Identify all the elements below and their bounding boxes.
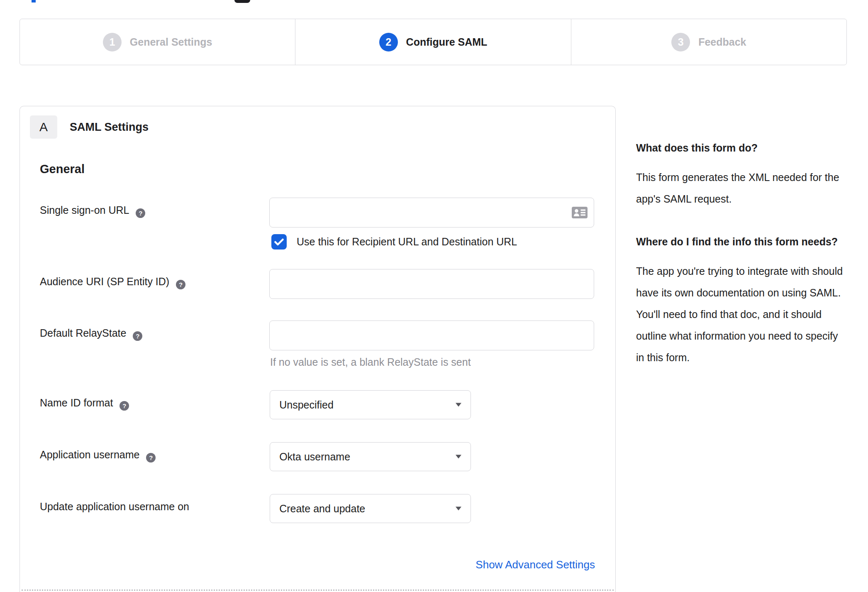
update-username-on-select[interactable]: Create and update [270, 494, 471, 523]
help-icon[interactable]: ? [136, 208, 145, 218]
default-relaystate-input[interactable] [269, 320, 594, 350]
section-title: SAML Settings [70, 121, 149, 134]
field-label-name-id-format: Name ID format? [40, 390, 270, 411]
step-label: Feedback [698, 36, 746, 48]
field-label-update-username-on: Update application username on [40, 494, 270, 513]
step-feedback[interactable]: 3 Feedback [571, 19, 846, 65]
wizard-stepper: 1 General Settings 2 Configure SAML 3 Fe… [20, 19, 847, 65]
select-value: Okta username [279, 451, 350, 463]
section-header: A SAML Settings [20, 106, 615, 139]
dotted-divider [22, 590, 614, 591]
step-general-settings[interactable]: 1 General Settings [20, 19, 295, 65]
show-advanced-settings-link[interactable]: Show Advanced Settings [475, 558, 595, 571]
relaystate-hint-text: If no value is set, a blank RelayState i… [269, 356, 594, 368]
step-label: Configure SAML [406, 36, 488, 48]
help-sidebar: What does this form do? This form genera… [636, 138, 846, 368]
chevron-down-icon [456, 455, 461, 459]
field-label-sso-url: Single sign-on URL? [40, 198, 269, 218]
field-label-default-relaystate: Default RelayState? [40, 320, 269, 341]
saml-settings-panel: A SAML Settings General Single sign-on U… [20, 106, 616, 592]
app-logo-fragment [234, 0, 250, 3]
sidebar-body-where: The app you're trying to integrate with … [636, 260, 846, 368]
contact-card-icon [572, 207, 588, 218]
help-icon[interactable]: ? [176, 280, 185, 289]
checkmark-icon [274, 238, 284, 246]
form-row: Name ID format? Unspecified [40, 390, 594, 419]
form-row: Application username? Okta username [40, 442, 594, 471]
select-value: Create and update [279, 503, 365, 515]
step-number-badge: 3 [671, 33, 690, 51]
section-badge-a: A [30, 115, 57, 139]
chevron-down-icon [456, 507, 461, 511]
recipient-url-checkbox[interactable] [271, 234, 287, 250]
step-number-badge: 1 [103, 33, 122, 51]
checkbox-label: Use this for Recipient URL and Destinati… [297, 236, 517, 248]
chevron-down-icon [456, 403, 461, 407]
okta-logo-fragment [32, 0, 36, 2]
audience-uri-input[interactable] [269, 269, 594, 299]
help-icon[interactable]: ? [119, 401, 129, 411]
step-configure-saml[interactable]: 2 Configure SAML [295, 19, 571, 65]
step-label: General Settings [130, 36, 212, 48]
form-row: Default RelayState? If no value is set, … [40, 320, 594, 368]
select-value: Unspecified [279, 399, 334, 411]
group-heading-general: General [40, 162, 594, 176]
form-row: Single sign-on URL? [40, 198, 594, 250]
sidebar-body-what: This form generates the XML needed for t… [636, 166, 846, 210]
help-icon[interactable]: ? [146, 453, 156, 462]
field-label-audience-uri: Audience URI (SP Entity ID)? [40, 269, 269, 289]
sidebar-heading-what: What does this form do? [636, 138, 846, 157]
application-username-select[interactable]: Okta username [270, 442, 471, 471]
field-label-application-username: Application username? [40, 442, 270, 462]
sso-url-input[interactable] [269, 198, 594, 228]
help-icon[interactable]: ? [133, 331, 142, 341]
step-number-badge: 2 [379, 33, 398, 51]
name-id-format-select[interactable]: Unspecified [270, 390, 471, 419]
form-row: Audience URI (SP Entity ID)? [40, 269, 594, 299]
recipient-url-checkbox-row: Use this for Recipient URL and Destinati… [269, 234, 594, 250]
sidebar-heading-where: Where do I find the info this form needs… [636, 232, 846, 251]
form-row: Update application username on Create an… [40, 494, 594, 523]
advanced-settings-row: Show Advanced Settings [40, 558, 595, 571]
